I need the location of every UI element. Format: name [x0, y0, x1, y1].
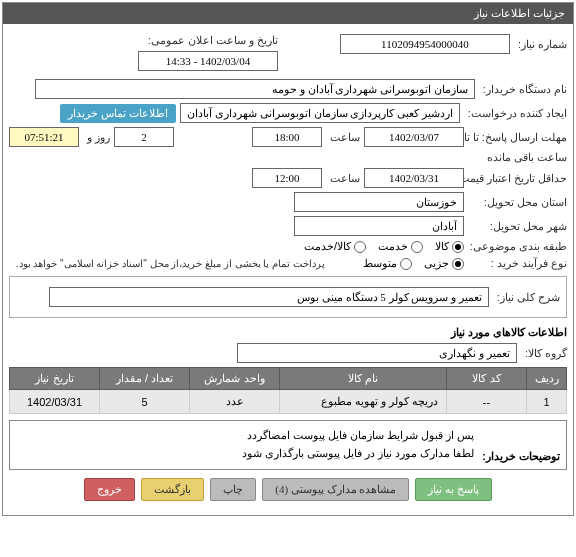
- buyer-org-field[interactable]: [35, 79, 475, 99]
- radio-service[interactable]: [411, 241, 423, 253]
- buyer-notes-line1: پس از قبول شرایط سازمان فایل پیوست امضاگ…: [16, 427, 474, 445]
- buyer-notes-box: توضیحات خریدار: پس از قبول شرایط سازمان …: [9, 420, 567, 470]
- radio-goods[interactable]: [452, 241, 464, 253]
- requester-field[interactable]: [180, 103, 460, 123]
- buy-process-radio-group: جزیی متوسط: [363, 257, 464, 270]
- label-validity: حداقل تاریخ اعتبار قیمت: تا تاریخ:: [472, 172, 567, 185]
- label-remaining: ساعت باقی مانده: [487, 151, 567, 164]
- cell-unit: عدد: [190, 390, 280, 414]
- payment-note: پرداخت تمام یا بخشی از مبلغ خرید،از محل …: [16, 258, 325, 269]
- public-date-field[interactable]: [138, 51, 278, 71]
- deadline-date-field[interactable]: [364, 127, 464, 147]
- validity-date-field[interactable]: [364, 168, 464, 188]
- label-public-date: تاریخ و ساعت اعلان عمومی:: [148, 34, 278, 47]
- cell-date: 1402/03/31: [10, 390, 100, 414]
- radio-minor[interactable]: [452, 258, 464, 270]
- label-need-no: شماره نیاز:: [518, 38, 567, 51]
- label-hour1: ساعت: [330, 131, 360, 144]
- label-province: استان محل تحویل:: [472, 196, 567, 209]
- panel-body: شماره نیاز: تاریخ و ساعت اعلان عمومی: نا…: [3, 24, 573, 515]
- label-subject-class: طبقه بندی موضوعی:: [472, 240, 567, 253]
- summary-box: شرح کلی نیاز:: [9, 276, 567, 318]
- items-table: ردیف کد کالا نام کالا واحد شمارش تعداد /…: [9, 367, 567, 414]
- label-deadline: مهلت ارسال پاسخ: تا تاریخ:: [472, 131, 567, 144]
- footer-buttons: پاسخ به نیاز مشاهده مدارک پیوستی (4) چاپ…: [9, 478, 567, 501]
- items-section-title: اطلاعات کالاهای مورد نیاز: [9, 326, 567, 339]
- radio-both[interactable]: [354, 241, 366, 253]
- need-no-field[interactable]: [340, 34, 510, 54]
- label-buyer-org: نام دستگاه خریدار:: [483, 83, 567, 96]
- th-name: نام کالا: [280, 368, 447, 390]
- cell-name: دریچه کولر و تهویه مطبوع: [280, 390, 447, 414]
- buyer-notes-line2: لطفا مدارک مورد نیاز در فایل پیوستی بارگ…: [16, 445, 474, 463]
- radio-goods-label: کالا: [435, 240, 449, 253]
- label-group: گروه کالا:: [525, 347, 567, 360]
- label-hour2: ساعت: [330, 172, 360, 185]
- remain-time-field[interactable]: [9, 127, 79, 147]
- cell-code: --: [447, 390, 527, 414]
- radio-medium[interactable]: [400, 258, 412, 270]
- province-field[interactable]: [294, 192, 464, 212]
- cell-qty: 5: [100, 390, 190, 414]
- exit-button[interactable]: خروج: [84, 478, 135, 501]
- th-qty: تعداد / مقدار: [100, 368, 190, 390]
- table-row[interactable]: 1 -- دریچه کولر و تهویه مطبوع عدد 5 1402…: [10, 390, 567, 414]
- label-need-summary: شرح کلی نیاز:: [497, 291, 560, 304]
- radio-minor-label: جزیی: [424, 257, 449, 270]
- label-city: شهر محل تحویل:: [472, 220, 567, 233]
- th-unit: واحد شمارش: [190, 368, 280, 390]
- radio-service-label: خدمت: [378, 240, 408, 253]
- label-day: روز و: [87, 131, 110, 144]
- back-button[interactable]: بازگشت: [141, 478, 204, 501]
- th-code: کد کالا: [447, 368, 527, 390]
- details-panel: جزئیات اطلاعات نیاز شماره نیاز: تاریخ و …: [2, 2, 574, 516]
- th-date: تاریخ نیاز: [10, 368, 100, 390]
- validity-time-field[interactable]: [252, 168, 322, 188]
- radio-medium-label: متوسط: [363, 257, 397, 270]
- deadline-time-field[interactable]: [252, 127, 322, 147]
- respond-button[interactable]: پاسخ به نیاز: [415, 478, 492, 501]
- need-summary-field[interactable]: [49, 287, 489, 307]
- panel-title: جزئیات اطلاعات نیاز: [3, 3, 573, 24]
- remain-days-field[interactable]: [114, 127, 174, 147]
- th-row: ردیف: [527, 368, 567, 390]
- group-field[interactable]: [237, 343, 517, 363]
- contact-info-button[interactable]: اطلاعات تماس خریدار: [60, 104, 176, 123]
- print-button[interactable]: چاپ: [210, 478, 256, 501]
- city-field[interactable]: [294, 216, 464, 236]
- label-requester: ایجاد کننده درخواست:: [468, 107, 567, 120]
- label-buy-process: نوع فرآیند خرید :: [472, 257, 567, 270]
- buyer-notes-text: پس از قبول شرایط سازمان فایل پیوست امضاگ…: [16, 427, 474, 463]
- cell-row: 1: [527, 390, 567, 414]
- label-buyer-notes: توضیحات خریدار:: [482, 450, 560, 463]
- radio-both-label: کالا/خدمت: [304, 240, 351, 253]
- subject-class-radio-group: کالا خدمت کالا/خدمت: [304, 240, 464, 253]
- attachments-button[interactable]: مشاهده مدارک پیوستی (4): [262, 478, 409, 501]
